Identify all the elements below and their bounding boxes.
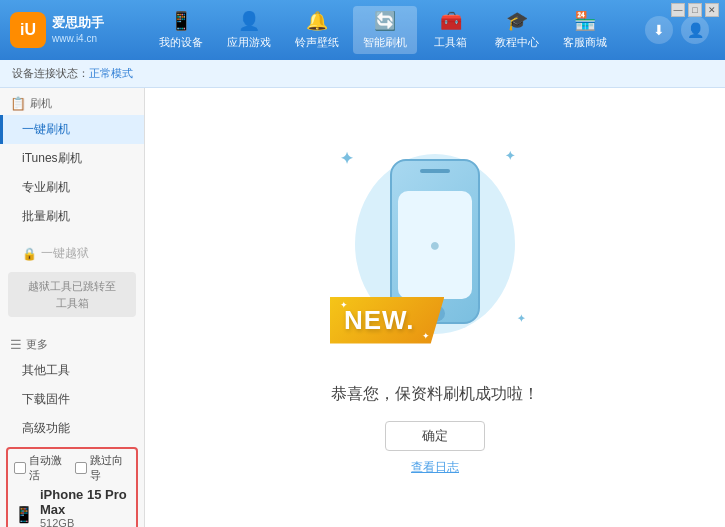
nav-app-icon: 👤 — [238, 10, 260, 32]
phone-screen: ● — [398, 191, 472, 299]
sparkle-top-left: ✦ — [340, 149, 353, 168]
logo-area: iU 爱思助手 www.i4.cn — [10, 12, 120, 48]
sidebar-jailbreak-disabled: 🔒 一键越狱 — [0, 239, 144, 268]
nav-toolbox[interactable]: 🧰 工具箱 — [421, 6, 481, 54]
sidebar-item-itunes-flash[interactable]: iTunes刷机 — [0, 144, 144, 173]
nav-service-icon: 🏪 — [574, 10, 596, 32]
sidebar-item-pro-flash[interactable]: 专业刷机 — [0, 173, 144, 202]
view-log-link[interactable]: 查看日志 — [411, 459, 459, 476]
nav-ringtone-icon: 🔔 — [306, 10, 328, 32]
timed-guide-checkbox[interactable] — [75, 462, 87, 474]
confirm-button[interactable]: 确定 — [385, 421, 485, 451]
nav-bar: 📱 我的设备 👤 应用游戏 🔔 铃声壁纸 🔄 智能刷机 🧰 工具箱 🎓 — [120, 6, 645, 54]
phone-illustration: ✦ ✦ ✦ ● NEW. ✦ ✦ — [335, 144, 535, 364]
nav-toolbox-icon: 🧰 — [440, 10, 462, 32]
sidebar: 📋 刷机 一键刷机 iTunes刷机 专业刷机 批量刷机 🔒 一键越狱 — [0, 88, 145, 527]
timed-guide-option[interactable]: 跳过向导 — [75, 453, 130, 483]
nav-ringtone[interactable]: 🔔 铃声壁纸 — [285, 6, 349, 54]
star-right-icon: ✦ — [422, 331, 430, 341]
device-storage-label: 512GB — [40, 517, 130, 527]
settings-status-bar: 设备连接状态： 正常模式 — [0, 60, 725, 88]
sparkle-bottom-right: ✦ — [517, 313, 525, 324]
minimize-button[interactable]: — — [671, 3, 685, 17]
main-content: ✦ ✦ ✦ ● NEW. ✦ ✦ — [145, 88, 725, 527]
star-left-icon: ✦ — [340, 300, 348, 310]
close-button[interactable]: ✕ — [705, 3, 719, 17]
device-info: 📱 iPhone 15 Pro Max 512GB iPhone — [14, 487, 130, 527]
app-logo-text: 爱思助手 www.i4.cn — [52, 15, 104, 45]
sidebar-flash-header: 📋 刷机 — [0, 88, 144, 115]
app-logo-icon: iU — [10, 12, 46, 48]
flash-section-icon: 📋 — [10, 96, 26, 111]
status-mode-link[interactable]: 正常模式 — [89, 66, 133, 81]
nav-service[interactable]: 🏪 客服商城 — [553, 6, 617, 54]
user-button[interactable]: 👤 — [681, 16, 709, 44]
nav-smart-flash[interactable]: 🔄 智能刷机 — [353, 6, 417, 54]
device-panel: 自动激活 跳过向导 📱 iPhone 15 Pro Max 512GB iP — [6, 447, 138, 527]
sidebar-more-header: ☰ 更多 — [0, 329, 144, 356]
device-phone-icon: 📱 — [14, 505, 34, 524]
lock-icon: 🔒 — [22, 247, 37, 261]
sidebar-item-one-key-flash[interactable]: 一键刷机 — [0, 115, 144, 144]
success-message: 恭喜您，保资料刷机成功啦！ — [331, 384, 539, 405]
nav-flash-icon: 🔄 — [374, 10, 396, 32]
new-label: NEW. — [344, 305, 414, 335]
sidebar-disabled-box: 越狱工具已跳转至 工具箱 — [8, 272, 136, 317]
device-name-label: iPhone 15 Pro Max — [40, 487, 130, 517]
nav-app-game[interactable]: 👤 应用游戏 — [217, 6, 281, 54]
sparkle-top-right: ✦ — [505, 149, 515, 163]
maximize-button[interactable]: □ — [688, 3, 702, 17]
sidebar-item-download-firmware[interactable]: 下载固件 — [0, 385, 144, 414]
new-banner: NEW. ✦ ✦ — [330, 297, 444, 344]
device-options: 自动激活 跳过向导 — [14, 453, 130, 483]
header: iU 爱思助手 www.i4.cn 📱 我的设备 👤 应用游戏 🔔 铃声壁纸 — [0, 0, 725, 60]
header-right: ⬇ 👤 — [645, 16, 715, 44]
auto-activate-checkbox[interactable] — [14, 462, 26, 474]
nav-device-icon: 📱 — [170, 10, 192, 32]
sidebar-item-other-tools[interactable]: 其他工具 — [0, 356, 144, 385]
phone-notch — [420, 169, 450, 174]
more-section-icon: ☰ — [10, 337, 22, 352]
main-layout: 📋 刷机 一键刷机 iTunes刷机 专业刷机 批量刷机 🔒 一键越狱 — [0, 88, 725, 527]
sidebar-item-batch-flash[interactable]: 批量刷机 — [0, 202, 144, 231]
nav-my-device[interactable]: 📱 我的设备 — [149, 6, 213, 54]
nav-tutorial[interactable]: 🎓 教程中心 — [485, 6, 549, 54]
nav-tutorial-icon: 🎓 — [506, 10, 528, 32]
auto-activate-option[interactable]: 自动激活 — [14, 453, 69, 483]
sidebar-item-advanced[interactable]: 高级功能 — [0, 414, 144, 443]
download-button[interactable]: ⬇ — [645, 16, 673, 44]
